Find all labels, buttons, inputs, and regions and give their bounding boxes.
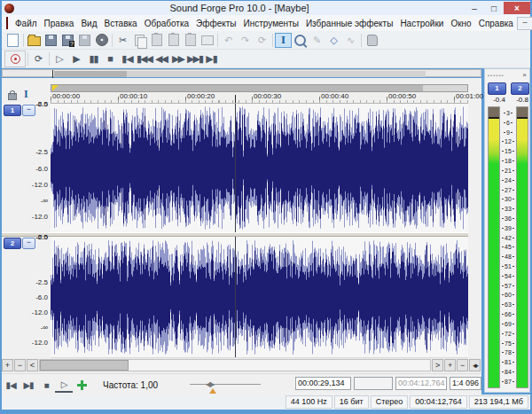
status-total-length: 00:04:12,764 <box>410 395 467 409</box>
meter-scale-tick: 63 <box>500 301 516 308</box>
playbar-stop-button[interactable]: ■ <box>37 378 55 392</box>
play-all-button[interactable]: ▷ <box>51 51 68 66</box>
playbar-go-to-end-button[interactable]: ▶▮ <box>20 378 37 392</box>
menu-help[interactable]: Справка <box>475 19 517 28</box>
trim-crop-button[interactable] <box>199 33 215 48</box>
position-strip[interactable] <box>51 84 468 92</box>
minimize-button[interactable]: – <box>465 2 484 14</box>
channel1-button[interactable]: 1 <box>4 105 21 116</box>
stop-button[interactable]: ■ <box>102 51 119 66</box>
paste-button[interactable] <box>148 33 165 48</box>
open-file-button[interactable] <box>26 33 43 48</box>
paste-special-button[interactable] <box>165 33 182 48</box>
hand-tool-button[interactable] <box>364 33 380 48</box>
playbar-play-button[interactable]: ▷ <box>55 377 73 393</box>
mdi-minimize-button[interactable]: – <box>517 17 532 30</box>
record-button[interactable] <box>4 51 26 67</box>
new-file-button[interactable] <box>4 33 21 48</box>
redo-button[interactable]: ↷ <box>237 33 254 48</box>
time-ruler[interactable]: 00:00:00 00:00:10 00:00:20 00:00:30 00:0… <box>51 92 468 104</box>
save-button[interactable] <box>43 33 59 48</box>
undo-button[interactable]: ↶ <box>220 33 237 48</box>
next-marker-button[interactable]: ▶▶▮ <box>186 51 203 66</box>
selection-field[interactable] <box>354 377 393 390</box>
zoom-out-button[interactable]: − <box>14 359 26 371</box>
event-tool-button[interactable]: ◇ <box>325 33 342 48</box>
db-label: -2.5 <box>35 278 48 286</box>
rate-slider[interactable]: ◀▶ <box>190 378 261 392</box>
channel1-minimize-button[interactable]: − <box>22 105 35 116</box>
repeat-button[interactable]: ⟳ <box>254 33 270 48</box>
channel1-waveform[interactable] <box>51 104 468 233</box>
meter-channel2-button[interactable]: 2 <box>511 82 529 95</box>
db-label: -12.0 <box>32 309 48 316</box>
rate-slider-thumb[interactable]: ◀▶ <box>206 380 213 388</box>
zoom-fit-button[interactable]: ◂▸ <box>469 359 481 371</box>
meters-panel: •••••• × 1 2 -0.4 -0.8 36912151821242730… <box>484 68 530 393</box>
scrub-button[interactable] <box>73 378 90 392</box>
playbar-go-to-start-button[interactable]: ▮◀ <box>2 378 20 392</box>
grip-icon[interactable]: •••••• <box>488 73 505 78</box>
magnify-icon <box>294 35 306 46</box>
publish-button[interactable] <box>93 33 110 48</box>
go-to-end-button[interactable]: ▶▮ <box>203 51 220 66</box>
meter-scale: 3691215182124273033363942454851545760636… <box>500 110 516 385</box>
db-label: -∞ <box>41 196 48 204</box>
lock-icon[interactable] <box>8 93 17 100</box>
overview-bar[interactable] <box>2 69 481 77</box>
menu-file[interactable]: Файл <box>12 19 41 28</box>
close-button[interactable]: × <box>504 2 530 14</box>
scroll-right-button[interactable]: > <box>432 359 443 371</box>
pencil-tool-button[interactable]: ✎ <box>309 33 325 48</box>
cut-button[interactable]: ✂ <box>114 33 131 48</box>
zoom-ratio-field[interactable]: 1:4 096 <box>450 377 481 390</box>
edit-tool-indicator-icon[interactable]: I <box>24 88 28 101</box>
copy-button[interactable] <box>131 33 148 48</box>
play-button[interactable]: ▶ <box>68 51 85 66</box>
edit-tool-button[interactable]: I <box>275 33 292 48</box>
channel2-waveform[interactable] <box>51 237 468 358</box>
menu-favorites[interactable]: Избранные эффекты <box>302 19 396 28</box>
ruler-label: 00:00:50 <box>388 92 416 100</box>
loop-region-marker[interactable] <box>52 85 59 91</box>
menu-edit[interactable]: Правка <box>41 19 78 28</box>
go-to-start-button[interactable]: ▮◀ <box>119 51 136 66</box>
forward-button[interactable]: ▶▶ <box>169 51 186 66</box>
rewind-button[interactable]: ◀◀ <box>153 51 169 66</box>
zoom-in-button[interactable]: + <box>2 359 13 371</box>
zoom-out-time-button[interactable]: − <box>457 359 468 371</box>
menu-tools[interactable]: Инструменты <box>240 19 302 28</box>
scrollbar-track[interactable] <box>39 359 431 371</box>
menu-process[interactable]: Обработка <box>141 19 192 28</box>
maximize-button[interactable]: □ <box>484 2 504 14</box>
magnify-tool-button[interactable] <box>292 33 309 48</box>
zoom-in-time-button[interactable]: + <box>444 359 456 371</box>
menu-insert[interactable]: Вставка <box>100 19 140 28</box>
paste-to-new-button[interactable] <box>182 33 199 48</box>
meters-header[interactable]: •••••• × <box>485 69 529 81</box>
loop-playback-button[interactable]: ⟳ <box>30 51 47 66</box>
meter-channel1-button[interactable]: 1 <box>488 82 506 95</box>
meters-close-icon[interactable]: × <box>522 71 527 79</box>
channel2-minimize-button[interactable]: − <box>22 238 35 249</box>
playback-cursor <box>235 237 236 357</box>
cursor-position-field[interactable]: 00:00:29,134 <box>295 377 351 390</box>
meter-scale-tick: 3 <box>500 110 516 116</box>
save-as-button[interactable] <box>59 33 76 48</box>
edit-tool-icon: I <box>281 33 286 47</box>
menu-effects[interactable]: Эффекты <box>192 19 239 28</box>
total-length-field[interactable]: 00:04:12,764 <box>395 377 447 390</box>
scroll-left-button[interactable]: < <box>27 359 38 371</box>
menu-view[interactable]: Вид <box>77 19 100 28</box>
previous-marker-button[interactable]: ▮◀◀ <box>136 51 153 66</box>
envelope-tool-button[interactable]: ∿ <box>342 33 359 48</box>
meter-scale-tick: 18 <box>500 158 516 164</box>
data-window: I 00:00:00 00:00:10 00:00:20 00:00:30 00… <box>2 78 481 394</box>
db-label: -2.5 <box>35 148 48 156</box>
menu-window[interactable]: Окно <box>447 19 474 28</box>
menu-options[interactable]: Настройки <box>396 19 447 28</box>
channel2-button[interactable]: 2 <box>4 238 21 249</box>
save-all-button[interactable] <box>76 33 93 48</box>
scrollbar-thumb[interactable] <box>40 360 129 371</box>
pause-button[interactable]: ▮▮ <box>85 51 102 66</box>
